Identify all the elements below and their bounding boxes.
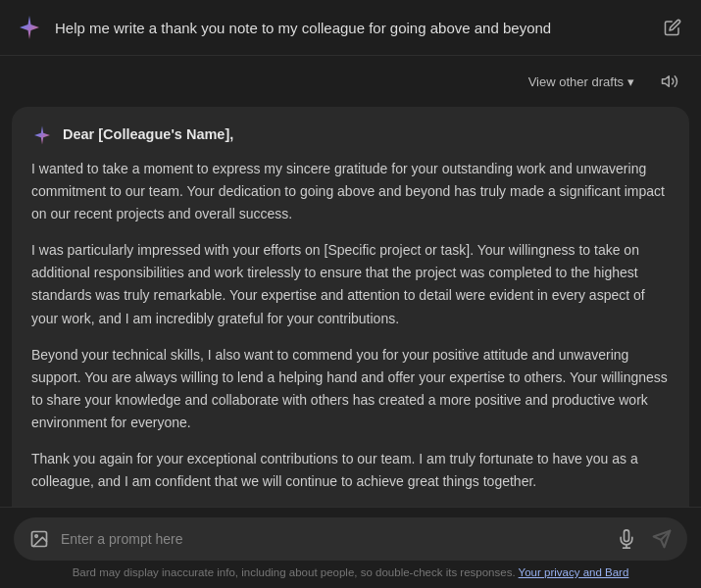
send-button[interactable] (648, 525, 676, 553)
disclaimer-text: Bard may display inaccurate info, includ… (73, 566, 516, 578)
paragraph-3: Beyond your technical skills, I also wan… (31, 344, 670, 434)
volume-button[interactable] (654, 66, 685, 97)
response-body: I wanted to take a moment to express my … (31, 158, 670, 507)
footer-disclaimer: Bard may display inaccurate info, includ… (14, 561, 687, 582)
microphone-button[interactable] (613, 525, 640, 553)
header: Help me write a thank you note to my col… (0, 0, 701, 56)
paragraph-2: I was particularly impressed with your e… (31, 239, 670, 329)
header-title: Help me write a thank you note to my col… (55, 20, 648, 36)
input-row (14, 517, 687, 561)
paragraph-4: Thank you again for your exceptional con… (31, 448, 670, 493)
prompt-input[interactable] (61, 531, 605, 547)
paragraph-1: I wanted to take a moment to express my … (31, 158, 670, 225)
view-other-drafts-button[interactable]: View other drafts ▾ (521, 71, 642, 93)
privacy-link[interactable]: Your privacy and Bard (519, 566, 629, 578)
edit-button[interactable] (660, 15, 685, 40)
image-button[interactable] (25, 525, 53, 553)
svg-point-16 (35, 535, 38, 538)
view-other-drafts-label: View other drafts (528, 74, 624, 89)
response-header: Dear [Colleague's Name], (31, 124, 670, 146)
main-content: View other drafts ▾ (0, 56, 701, 507)
bard-response-logo (31, 124, 53, 146)
response-card: Dear [Colleague's Name], I wanted to tak… (12, 107, 689, 507)
chevron-down-icon: ▾ (627, 74, 634, 89)
bard-logo (16, 14, 43, 41)
drafts-bar: View other drafts ▾ (0, 56, 701, 103)
svg-marker-0 (663, 76, 670, 87)
bottom-area: Bard may display inaccurate info, includ… (0, 507, 701, 588)
salutation: Dear [Colleague's Name], (63, 124, 233, 146)
